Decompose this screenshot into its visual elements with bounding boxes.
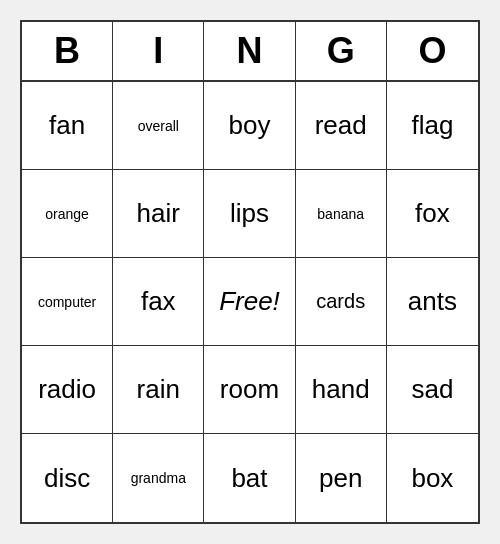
- bingo-cell-4-1: grandma: [113, 434, 204, 522]
- bingo-cell-4-2: bat: [204, 434, 295, 522]
- bingo-cell-1-3: banana: [296, 170, 387, 258]
- header-letter-b: B: [22, 22, 113, 80]
- cell-text-0-1: overall: [138, 118, 179, 134]
- cell-text-1-4: fox: [415, 198, 450, 229]
- cell-text-2-3: cards: [316, 290, 365, 313]
- bingo-cell-3-2: room: [204, 346, 295, 434]
- bingo-cell-0-3: read: [296, 82, 387, 170]
- bingo-cell-2-4: ants: [387, 258, 478, 346]
- cell-text-2-0: computer: [38, 294, 96, 310]
- header-letter-n: N: [204, 22, 295, 80]
- bingo-cell-3-4: sad: [387, 346, 478, 434]
- cell-text-3-1: rain: [137, 374, 180, 405]
- bingo-cell-4-4: box: [387, 434, 478, 522]
- bingo-cell-3-3: hand: [296, 346, 387, 434]
- bingo-header: BINGO: [22, 22, 478, 82]
- cell-text-0-2: boy: [229, 110, 271, 141]
- cell-text-2-4: ants: [408, 286, 457, 317]
- cell-text-4-0: disc: [44, 463, 90, 494]
- header-letter-g: G: [296, 22, 387, 80]
- bingo-cell-0-4: flag: [387, 82, 478, 170]
- bingo-cell-2-2: Free!: [204, 258, 295, 346]
- header-letter-i: I: [113, 22, 204, 80]
- cell-text-2-2: Free!: [219, 286, 280, 317]
- cell-text-4-2: bat: [231, 463, 267, 494]
- bingo-cell-4-0: disc: [22, 434, 113, 522]
- cell-text-3-4: sad: [411, 374, 453, 405]
- cell-text-0-4: flag: [411, 110, 453, 141]
- cell-text-1-2: lips: [230, 198, 269, 229]
- cell-text-4-1: grandma: [131, 470, 186, 486]
- bingo-cell-2-1: fax: [113, 258, 204, 346]
- bingo-cell-0-2: boy: [204, 82, 295, 170]
- bingo-cell-2-0: computer: [22, 258, 113, 346]
- header-letter-o: O: [387, 22, 478, 80]
- cell-text-2-1: fax: [141, 286, 176, 317]
- bingo-cell-0-0: fan: [22, 82, 113, 170]
- bingo-cell-1-2: lips: [204, 170, 295, 258]
- cell-text-3-0: radio: [38, 374, 96, 405]
- bingo-cell-4-3: pen: [296, 434, 387, 522]
- cell-text-0-3: read: [315, 110, 367, 141]
- cell-text-1-3: banana: [317, 206, 364, 222]
- cell-text-4-3: pen: [319, 463, 362, 494]
- cell-text-3-2: room: [220, 374, 279, 405]
- bingo-cell-1-4: fox: [387, 170, 478, 258]
- bingo-cell-1-0: orange: [22, 170, 113, 258]
- bingo-card: BINGO fanoverallboyreadflagorangehairlip…: [20, 20, 480, 524]
- cell-text-1-1: hair: [137, 198, 180, 229]
- cell-text-3-3: hand: [312, 374, 370, 405]
- bingo-cell-3-0: radio: [22, 346, 113, 434]
- bingo-cell-1-1: hair: [113, 170, 204, 258]
- cell-text-4-4: box: [411, 463, 453, 494]
- cell-text-0-0: fan: [49, 110, 85, 141]
- bingo-cell-0-1: overall: [113, 82, 204, 170]
- cell-text-1-0: orange: [45, 206, 89, 222]
- bingo-grid: fanoverallboyreadflagorangehairlipsbanan…: [22, 82, 478, 522]
- bingo-cell-3-1: rain: [113, 346, 204, 434]
- bingo-cell-2-3: cards: [296, 258, 387, 346]
